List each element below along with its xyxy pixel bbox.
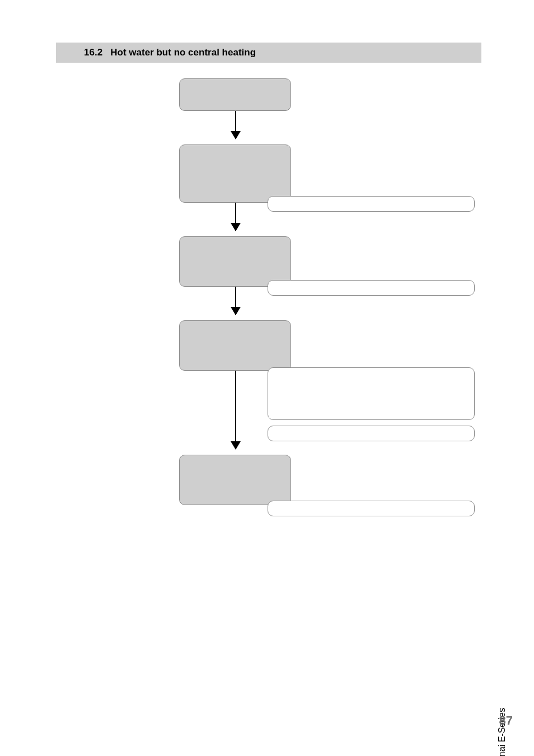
section-title-text: Hot water but no central heating	[110, 47, 256, 58]
arrow-2	[235, 203, 236, 231]
note-box-5	[268, 501, 475, 516]
note-box-4	[268, 426, 475, 441]
note-box-3	[268, 367, 475, 420]
flow-box-2	[179, 144, 291, 203]
section-title: 16.2 Hot water but no central heating	[84, 47, 256, 58]
arrow-1	[235, 111, 236, 139]
section-header: 16.2 Hot water but no central heating	[56, 43, 481, 63]
page: 16.2 Hot water but no central heating In…	[0, 0, 534, 756]
note-box-1	[268, 196, 475, 212]
flow-box-5	[179, 455, 291, 505]
flow-box-1	[179, 78, 291, 111]
arrow-4	[235, 371, 236, 449]
flow-box-3	[179, 236, 291, 287]
note-box-2	[268, 280, 475, 296]
flow-box-4	[179, 320, 291, 371]
section-number: 16.2	[84, 47, 102, 58]
arrow-3	[235, 287, 236, 315]
page-number: 87	[499, 713, 513, 728]
